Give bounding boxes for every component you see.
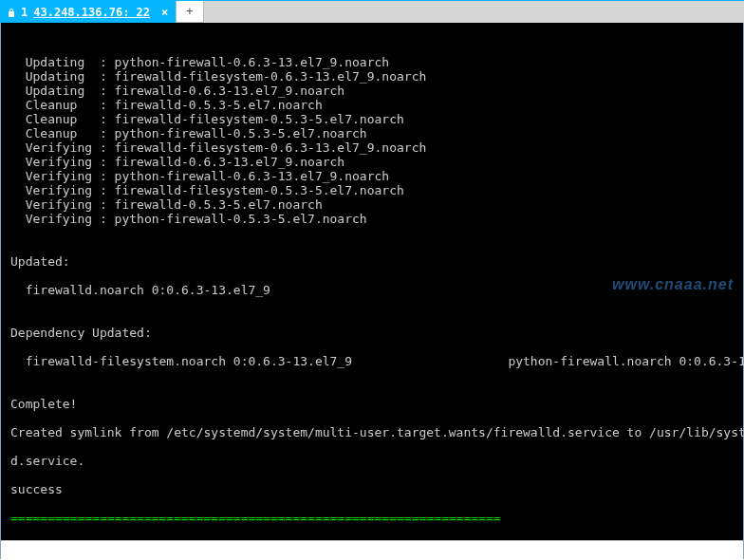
yum-line: Cleanup : firewalld-0.5.3-5.el7.noarch <box>10 98 735 112</box>
new-tab-button[interactable]: + <box>177 1 203 23</box>
symlink-line-1: Created symlink from /etc/systemd/system… <box>10 425 735 439</box>
yum-line: Verifying : firewalld-0.5.3-5.el7.noarch <box>10 197 735 212</box>
updated-header: Updated: <box>10 254 735 269</box>
status-bar <box>1 540 743 559</box>
yum-line: Updating : firewalld-0.6.3-13.el7_9.noar… <box>10 84 735 98</box>
complete-line: Complete! <box>10 397 735 411</box>
yum-line: Updating : firewalld-filesystem-0.6.3-13… <box>10 69 735 84</box>
tab-index: 1 <box>21 6 28 19</box>
symlink-line-2: d.service. <box>10 454 735 468</box>
yum-line: Verifying : python-firewall-0.6.3-13.el7… <box>10 169 735 183</box>
yum-line: Verifying : firewalld-filesystem-0.6.3-1… <box>10 140 735 155</box>
success-line: success <box>10 482 735 496</box>
tab-ssh-session[interactable]: 1 43.248.136.76: 22 × <box>0 1 177 23</box>
yum-line: Updating : python-firewall-0.6.3-13.el7_… <box>10 55 735 69</box>
yum-line: Verifying : firewalld-0.6.3-13.el7_9.noa… <box>10 155 735 169</box>
yum-line: Cleanup : firewalld-filesystem-0.5.3-5.e… <box>10 112 735 126</box>
tab-bar: 1 43.248.136.76: 22 × + <box>0 0 744 23</box>
close-icon[interactable]: × <box>161 6 168 19</box>
yum-line: Verifying : python-firewall-0.5.3-5.el7.… <box>10 212 735 226</box>
terminal-output[interactable]: www.cnaaa.net Updating : python-firewall… <box>0 23 744 559</box>
dep-updated-pkgs: firewalld-filesystem.noarch 0:0.6.3-13.e… <box>10 354 735 368</box>
plus-icon: + <box>186 5 193 18</box>
divider: ========================================… <box>10 511 735 525</box>
lock-icon <box>8 8 15 17</box>
dep-updated-header: Dependency Updated: <box>10 326 735 340</box>
tab-title: 43.248.136.76: 22 <box>33 6 150 19</box>
yum-line: Verifying : firewalld-filesystem-0.5.3-5… <box>10 183 735 197</box>
yum-line: Cleanup : python-firewall-0.5.3-5.el7.no… <box>10 126 735 140</box>
updated-pkg: firewalld.noarch 0:0.6.3-13.el7_9 <box>10 283 735 297</box>
